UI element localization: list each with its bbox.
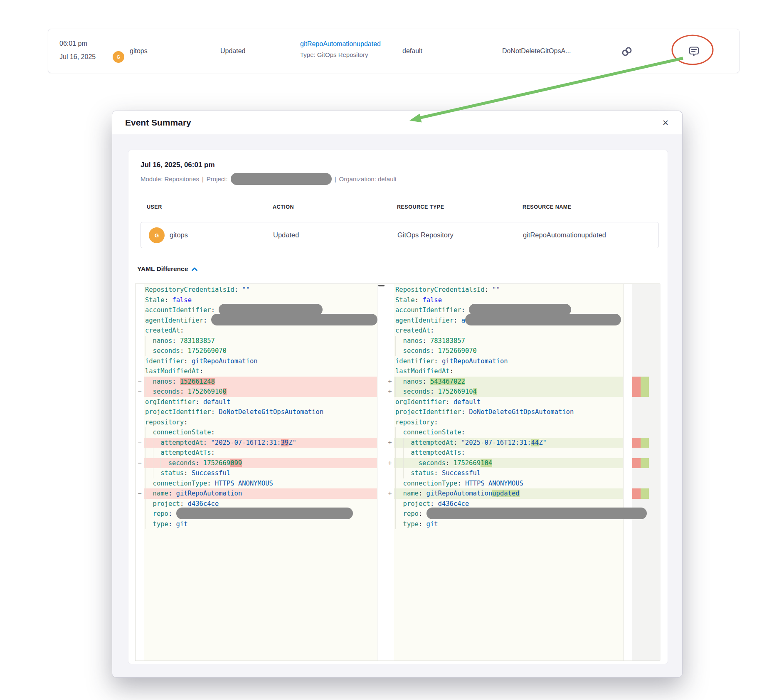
ruler-removed-marker xyxy=(632,458,641,468)
redacted-project-blob xyxy=(231,173,332,185)
diff-gutter-marker xyxy=(136,356,144,367)
diff-gutter-marker: − xyxy=(136,488,144,499)
chevron-up-icon xyxy=(192,267,197,271)
diff-left-pane[interactable]: RepositoryCredentialsId: ""Stale: falsea… xyxy=(144,284,377,661)
column-header-resource-type: RESOURCE TYPE xyxy=(397,204,444,210)
meta-organization: Organization: default xyxy=(339,175,397,182)
project-label: DoNotDeleteGitOpsA... xyxy=(502,47,571,55)
diff-overview-ruler[interactable] xyxy=(632,284,661,661)
redacted-value-blob xyxy=(176,508,353,519)
ruler-added-marker xyxy=(641,438,649,448)
diff-gutter-marker xyxy=(386,448,394,458)
diff-line: seconds: 1752669104 xyxy=(394,458,623,468)
diff-gutter-marker xyxy=(386,366,394,377)
diff-gutter-marker xyxy=(136,499,144,509)
diff-gutter-marker xyxy=(386,499,394,509)
diff-gutter-marker xyxy=(386,519,394,530)
diff-scrollbar-track[interactable] xyxy=(624,284,632,661)
diff-gutter-marker: − xyxy=(136,458,144,468)
modal-header: Event Summary ✕ xyxy=(112,111,682,134)
row-resource-type: GitOps Repository xyxy=(397,231,454,239)
diff-line: repository: xyxy=(144,417,377,428)
avatar: G xyxy=(149,227,165,243)
column-header-resource-name: RESOURCE NAME xyxy=(523,204,572,210)
diff-line: type: git xyxy=(144,519,377,530)
diff-sash[interactable] xyxy=(377,284,386,661)
diff-gutter-marker: − xyxy=(136,377,144,387)
diff-gutter-marker: + xyxy=(386,438,394,448)
diff-gutter-marker: + xyxy=(386,387,394,397)
diff-gutter-marker xyxy=(386,468,394,478)
diff-gutter-marker: + xyxy=(386,458,394,468)
column-header-action: ACTION xyxy=(273,204,294,210)
diff-gutter-marker xyxy=(386,509,394,519)
column-header-user: USER xyxy=(147,204,162,210)
diff-gutter-marker xyxy=(136,305,144,315)
diff-gutter-marker xyxy=(136,417,144,428)
row-user: gitops xyxy=(170,231,188,239)
page: 06:01 pm Jul 16, 2025 G gitops Updated g… xyxy=(0,0,779,700)
diff-line: nanos: 543467022 xyxy=(394,377,623,387)
diff-line: status: Successful xyxy=(144,468,377,478)
close-icon[interactable]: ✕ xyxy=(660,117,671,128)
diff-gutter-marker: − xyxy=(136,438,144,448)
diff-gutter-marker xyxy=(136,448,144,458)
event-meta-line: Module: Repositories | Project: | Organi… xyxy=(141,172,397,186)
meta-module: Module: Repositories xyxy=(141,175,199,182)
diff-line: orgIdentifier: default xyxy=(394,397,623,407)
diff-line: lastModifiedAt: xyxy=(144,366,377,377)
diff-line: status: Successful xyxy=(394,468,623,478)
event-summary-card: Jul 16, 2025, 06:01 pm Module: Repositor… xyxy=(128,150,668,664)
diff-gutter-marker xyxy=(386,478,394,489)
diff-gutter-marker xyxy=(386,356,394,367)
diff-gutter-marker xyxy=(386,285,394,295)
diff-gutter-marker xyxy=(386,417,394,428)
diff-line: attemptedAtTs: xyxy=(144,448,377,458)
diff-right-pane[interactable]: RepositoryCredentialsId: ""Stale: falsea… xyxy=(394,284,624,661)
diff-line: name: gitRepoAutomation xyxy=(144,488,377,499)
diff-line: type: git xyxy=(394,519,623,530)
diff-line: identifier: gitRepoAutomation xyxy=(144,356,377,367)
diff-line: attemptedAt: "2025-07-16T12:31:44Z" xyxy=(394,438,623,448)
diff-gutter-marker xyxy=(136,285,144,295)
ruler-added-marker xyxy=(641,458,649,468)
meta-project-label: Project: xyxy=(207,175,228,182)
ruler-removed-marker xyxy=(632,488,641,499)
diff-gutter-marker xyxy=(386,315,394,326)
organization-label: default xyxy=(402,47,422,55)
diff-gutter-marker xyxy=(136,397,144,407)
diff-line: seconds: 1752669099 xyxy=(144,458,377,468)
link-icon[interactable] xyxy=(621,46,633,59)
diff-line: attemptedAt: "2025-07-16T12:31:39Z" xyxy=(144,438,377,448)
resource-name-link[interactable]: gitRepoAutomationupdated xyxy=(300,40,381,48)
user-name: gitops xyxy=(130,47,148,55)
diff-line: RepositoryCredentialsId: "" xyxy=(394,285,623,295)
diff-line: lastModifiedAt: xyxy=(394,366,623,377)
yaml-diff-editor[interactable]: −−−−− RepositoryCredentialsId: ""Stale: … xyxy=(135,283,660,661)
diff-gutter-marker xyxy=(386,407,394,417)
ruler-removed-marker xyxy=(632,377,641,397)
note-icon[interactable] xyxy=(688,46,700,59)
event-time: 06:01 pm xyxy=(59,39,96,48)
action-label: Updated xyxy=(220,47,246,55)
diff-line: RepositoryCredentialsId: "" xyxy=(144,285,377,295)
diff-gutter-marker xyxy=(136,427,144,438)
diff-gutter-marker xyxy=(136,315,144,326)
diff-line: repo: xyxy=(394,509,623,519)
diff-right-gutter: +++++ xyxy=(386,284,394,661)
diff-gutter-marker: + xyxy=(386,488,394,499)
diff-line: projectIdentifier: DoNotDeleteGitOpsAuto… xyxy=(144,407,377,417)
diff-line: agentIdentifier: a xyxy=(394,315,623,326)
audit-log-row[interactable]: 06:01 pm Jul 16, 2025 G gitops Updated g… xyxy=(48,29,740,73)
diff-gutter-marker xyxy=(136,336,144,346)
ruler-added-marker xyxy=(641,488,649,499)
diff-gutter-marker: − xyxy=(136,387,144,397)
yaml-difference-toggle[interactable]: YAML Difference xyxy=(137,265,197,273)
diff-gutter-marker xyxy=(386,305,394,315)
diff-line: identifier: gitRepoAutomation xyxy=(394,356,623,367)
diff-gutter-marker xyxy=(136,346,144,356)
diff-gutter-marker xyxy=(386,427,394,438)
diff-gutter-marker xyxy=(136,407,144,417)
diff-gutter-marker xyxy=(136,468,144,478)
diff-gutter-marker xyxy=(136,366,144,377)
